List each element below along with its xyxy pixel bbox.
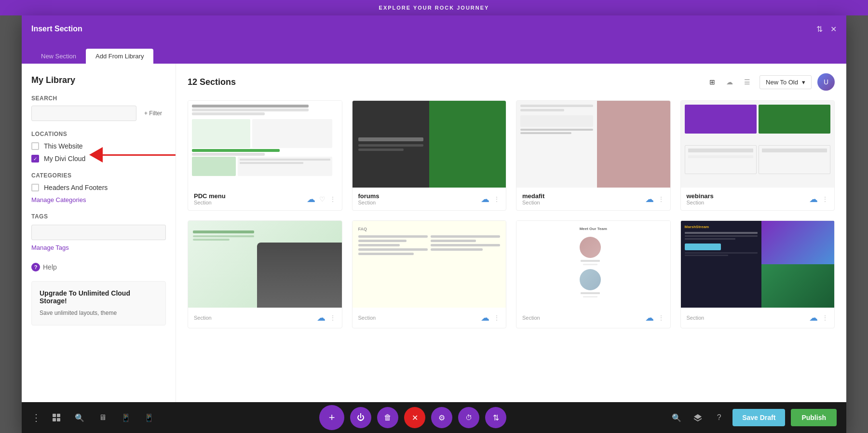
manage-categories-link[interactable]: Manage Categories (31, 196, 166, 203)
card-footer-webinars: webinars Section ☁ ⋮ (681, 188, 835, 210)
zoom-icon[interactable]: 🔍 (669, 410, 684, 425)
card-preview-pdc (188, 101, 342, 188)
more-options-icon-r2-4[interactable]: ⋮ (822, 314, 828, 322)
upgrade-title: Upgrade To Unlimited Cloud Storage! (40, 289, 158, 305)
tags-section: Tags Manage Tags (31, 213, 166, 251)
chevron-down-icon: ▾ (802, 79, 805, 86)
cloud-action-icon-r2-4[interactable]: ☁ (809, 312, 818, 323)
settings-icon[interactable]: ⇅ (816, 25, 823, 34)
more-options-icon-r2-3[interactable]: ⋮ (658, 314, 665, 322)
cloud-action-icon[interactable]: ☁ (307, 194, 315, 204)
layers-icon[interactable] (690, 410, 705, 425)
section-card-medafit[interactable]: medafit Section ☁ ⋮ (516, 100, 671, 211)
tags-label: Tags (31, 213, 166, 220)
more-options-icon-webinars[interactable]: ⋮ (822, 195, 828, 203)
svg-rect-1 (57, 414, 60, 417)
manage-tags-link[interactable]: Manage Tags (31, 244, 166, 251)
headers-footers-checkbox[interactable] (31, 184, 39, 191)
svg-rect-2 (53, 418, 56, 421)
bottom-left: ⋮ 🔍 🖥 📱 📱 (31, 410, 157, 425)
layout-button[interactable]: ⇅ (485, 407, 506, 428)
tab-new-section[interactable]: New Section (31, 49, 86, 64)
card-info-r2-3: Section (522, 315, 645, 321)
mobile-icon[interactable]: 📱 (141, 410, 157, 425)
card-name-forums: forums (358, 192, 481, 200)
list-view-icon[interactable]: ☰ (740, 75, 754, 89)
cloud-action-icon-medafit[interactable]: ☁ (645, 194, 654, 204)
power-button[interactable]: ⏻ (350, 407, 371, 428)
more-options-icon-medafit[interactable]: ⋮ (658, 195, 665, 203)
help-bottom-icon[interactable]: ? (711, 410, 727, 425)
card-preview-r2-2: FAQ (353, 221, 506, 308)
this-website-checkbox[interactable] (31, 142, 39, 150)
upgrade-text: Save unlimited layouts, theme (40, 309, 158, 317)
card-actions-forums: ☁ ⋮ (481, 194, 500, 204)
card-info-medafit: medafit Section (522, 192, 645, 205)
my-divi-cloud-checkbox[interactable]: ✓ (31, 155, 39, 162)
section-card-forums[interactable]: forums Section ☁ ⋮ (352, 100, 507, 211)
section-card-r2-4[interactable]: MarshStream (680, 220, 835, 328)
card-preview-r2-1 (188, 221, 342, 308)
save-draft-button[interactable]: Save Draft (732, 409, 785, 426)
heart-icon[interactable]: ♡ (319, 195, 326, 203)
card-footer-forums: forums Section ☁ ⋮ (353, 188, 506, 210)
card-preview-medafit (516, 101, 670, 188)
history-button[interactable]: ⏱ (458, 407, 479, 428)
tablet-icon[interactable]: 📱 (118, 410, 134, 425)
card-preview-r2-4: MarshStream (681, 221, 835, 308)
card-type-r2-3: Section (522, 315, 645, 321)
search-input[interactable] (31, 106, 136, 121)
more-options-icon-r2-1[interactable]: ⋮ (329, 314, 336, 322)
card-name-medafit: medafit (522, 192, 645, 200)
categories-label: Categories (31, 172, 166, 179)
close-icon[interactable]: ✕ (830, 25, 837, 34)
my-divi-cloud-label: My Divi Cloud (44, 155, 85, 162)
cloud-action-icon-r2-2[interactable]: ☁ (481, 312, 489, 323)
trash-button[interactable]: 🗑 (377, 407, 398, 428)
grid-view-icon[interactable]: ⊞ (705, 75, 719, 89)
filter-button[interactable]: + Filter (140, 108, 166, 119)
help-row[interactable]: ? Help (31, 263, 166, 271)
preview-medafit-content (516, 101, 670, 188)
search-section-label: Search (31, 95, 166, 102)
card-type-r2-4: Section (687, 315, 810, 321)
sort-dropdown[interactable]: New To Old ▾ (760, 75, 812, 89)
card-footer-r2-1: Section ☁ ⋮ (188, 308, 342, 328)
card-actions-webinars: ☁ ⋮ (809, 194, 828, 204)
content-area: My Library Locations Search + Filter Loc… (22, 64, 846, 433)
section-card-pdc-menu[interactable]: PDC menu Section ☁ ♡ ⋮ (188, 100, 342, 211)
menu-dots-icon[interactable]: ⋮ (31, 412, 41, 423)
tags-input[interactable] (31, 225, 166, 240)
sections-icon[interactable] (49, 410, 64, 425)
top-bar-text: EXPLORE YOUR ROCK JOURNEY (379, 5, 489, 11)
more-options-icon-forums[interactable]: ⋮ (493, 195, 500, 203)
cloud-action-icon-r2-1[interactable]: ☁ (317, 312, 326, 323)
card-footer-medafit: medafit Section ☁ ⋮ (516, 188, 670, 210)
section-card-r2-2[interactable]: FAQ (352, 220, 507, 328)
tab-add-from-library[interactable]: Add From Library (86, 49, 153, 64)
desktop-icon[interactable]: 🖥 (95, 410, 110, 425)
bottom-right: 🔍 ? Save Draft Publish (669, 409, 837, 426)
avatar[interactable]: U (817, 73, 835, 91)
cloud-action-icon-forums[interactable]: ☁ (481, 194, 489, 204)
cloud-action-icon-r2-3[interactable]: ☁ (645, 312, 654, 323)
close-button[interactable]: ✕ (404, 407, 425, 428)
card-type-webinars: Section (687, 200, 810, 205)
search-bottom-icon[interactable]: 🔍 (72, 410, 87, 425)
settings-button[interactable]: ⚙ (431, 407, 452, 428)
more-options-icon-r2-2[interactable]: ⋮ (493, 314, 500, 322)
add-section-button[interactable]: + (319, 405, 344, 430)
section-card-r2-1[interactable]: Section ☁ ⋮ (188, 220, 342, 328)
insert-section-modal: Insert Section ⇅ ✕ New Section Add From … (22, 15, 846, 433)
bottom-toolbar: ⋮ 🔍 🖥 📱 📱 + ⏻ 🗑 ✕ ⚙ ⏱ ⇅ 🔍 ? Save Draft (22, 402, 846, 433)
cloud-view-icon[interactable]: ☁ (723, 75, 736, 89)
preview-r2-4-content: MarshStream (681, 221, 835, 308)
card-info-forums: forums Section (358, 192, 481, 205)
section-card-webinars[interactable]: webinars Section ☁ ⋮ (680, 100, 835, 211)
card-type-forums: Section (358, 200, 481, 205)
section-card-r2-3[interactable]: Meet Our Team (516, 220, 671, 328)
publish-button[interactable]: Publish (791, 409, 837, 426)
card-type-r2-2: Section (358, 315, 481, 321)
cloud-action-icon-webinars[interactable]: ☁ (809, 194, 818, 204)
more-options-icon[interactable]: ⋮ (329, 195, 336, 203)
